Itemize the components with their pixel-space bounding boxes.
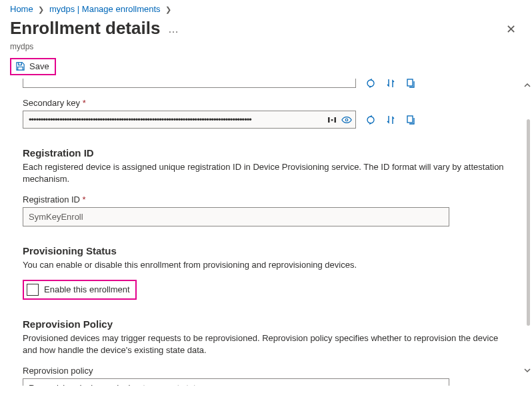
breadcrumb: Home ❯ mydps | Manage enrollments ❯ bbox=[0, 0, 532, 17]
chevron-down-icon bbox=[435, 384, 443, 386]
svg-point-5 bbox=[345, 119, 348, 121]
copy-icon[interactable] bbox=[405, 115, 416, 125]
svg-rect-3 bbox=[335, 117, 337, 123]
reprovision-desc: Provisioned devices may trigger requests… bbox=[23, 332, 509, 356]
save-button[interactable]: Save bbox=[10, 58, 56, 75]
svg-rect-1 bbox=[407, 79, 413, 86]
scrollbar[interactable] bbox=[524, 85, 532, 372]
page-subtitle: mydps bbox=[0, 41, 532, 55]
svg-rect-7 bbox=[407, 116, 413, 123]
provisioning-desc: You can enable or disable this enrollmen… bbox=[23, 259, 509, 271]
enable-enrollment-checkbox[interactable] bbox=[27, 284, 39, 296]
reprovision-policy-select[interactable]: Reprovision device and migrate current s… bbox=[23, 378, 449, 386]
toolbar: Save bbox=[0, 55, 532, 78]
primary-key-input[interactable] bbox=[23, 79, 356, 88]
swap-icon[interactable] bbox=[385, 115, 396, 125]
svg-rect-4 bbox=[331, 119, 333, 121]
close-icon[interactable]: ✕ bbox=[502, 18, 520, 41]
copy-icon[interactable] bbox=[405, 78, 416, 89]
scroll-down-icon[interactable] bbox=[524, 367, 531, 374]
breadcrumb-path[interactable]: mydps | Manage enrollments bbox=[49, 4, 161, 14]
registration-desc: Each registered device is assigned uniqu… bbox=[23, 161, 509, 185]
enable-enrollment-row[interactable]: Enable this enrollment bbox=[23, 280, 137, 300]
secondary-key-input[interactable] bbox=[23, 111, 356, 129]
page-title: Enrollment details bbox=[10, 18, 160, 39]
svg-rect-2 bbox=[328, 117, 330, 123]
reprovision-policy-label: Reprovision policy bbox=[23, 366, 509, 376]
save-icon bbox=[15, 61, 25, 71]
breadcrumb-home[interactable]: Home bbox=[10, 4, 33, 14]
eye-icon[interactable] bbox=[341, 115, 352, 125]
svg-point-6 bbox=[367, 117, 374, 123]
more-icon[interactable]: … bbox=[168, 23, 179, 35]
registration-title: Registration ID bbox=[23, 147, 509, 159]
regenerate-icon[interactable] bbox=[365, 115, 376, 125]
svg-point-0 bbox=[367, 80, 374, 87]
scroll-up-icon[interactable] bbox=[524, 82, 531, 89]
registration-id-label: Registration ID * bbox=[23, 195, 509, 204]
chevron-right-icon: ❯ bbox=[38, 5, 44, 13]
secondary-key-label: Secondary key * bbox=[23, 98, 509, 108]
save-button-label: Save bbox=[29, 61, 49, 71]
swap-icon[interactable] bbox=[385, 78, 396, 89]
key-icon[interactable] bbox=[327, 115, 337, 125]
reprovision-title: Reprovision Policy bbox=[23, 318, 509, 330]
scrollbar-thumb[interactable] bbox=[527, 119, 530, 326]
registration-id-input: SymKeyEnroll bbox=[23, 207, 449, 226]
regenerate-icon[interactable] bbox=[365, 78, 376, 89]
reprovision-policy-value: Reprovision device and migrate current s… bbox=[29, 383, 201, 386]
provisioning-title: Provisioning Status bbox=[23, 245, 509, 256]
chevron-right-icon: ❯ bbox=[165, 5, 171, 13]
enable-enrollment-label: Enable this enrollment bbox=[44, 284, 130, 294]
